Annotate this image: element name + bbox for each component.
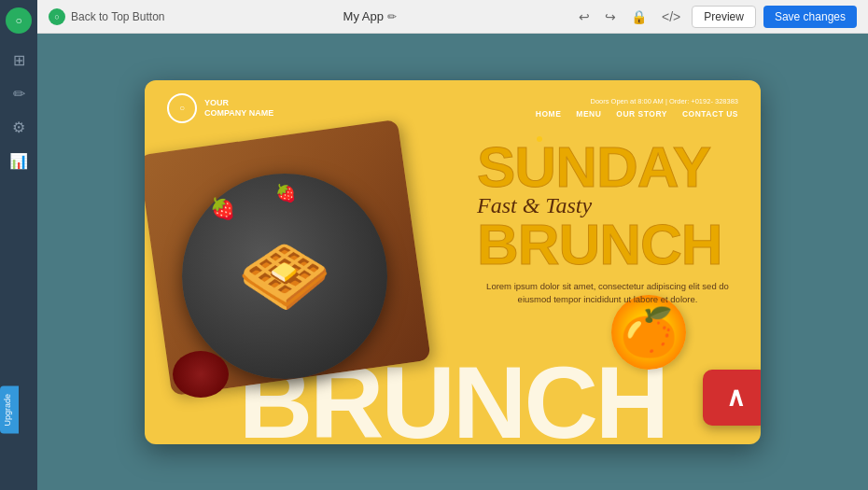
- strawberry-decoration: 🍓: [210, 197, 235, 221]
- food-image-area: 🧇 🍓 🍓: [145, 118, 481, 416]
- upgrade-button[interactable]: Upgrade: [0, 386, 19, 434]
- hero-content: SUNDAY Fast & Tasty BRUNCH Lorem ipsum d…: [477, 141, 738, 307]
- sauce-bowl: [173, 351, 229, 398]
- nav-contact-us[interactable]: CONTACT US: [682, 109, 738, 119]
- preview-button[interactable]: Preview: [692, 6, 756, 28]
- hero-description: Lorem ipsum dolor sit amet, consectetur …: [477, 280, 738, 307]
- website-preview: ○ YOUR COMPANY NAME Doors Open at 8:00 A…: [145, 80, 761, 444]
- doors-open-text: Doors Open at 8:00 AM | Order: +0192- 32…: [536, 97, 738, 105]
- back-to-top-icon: ○: [49, 8, 65, 25]
- top-bar: ○ Back to Top Button My App ✏ ↩ ↪ 🔒 </> …: [37, 0, 868, 34]
- save-button[interactable]: Save changes: [763, 6, 857, 28]
- lock-button[interactable]: 🔒: [627, 7, 651, 26]
- redo-button[interactable]: ↪: [601, 7, 620, 26]
- orange-emoji: 🍊: [620, 305, 678, 359]
- food-emoji: 🧇: [238, 232, 331, 320]
- back-to-top-button[interactable]: ∧: [703, 370, 761, 426]
- nav-our-story[interactable]: OUR STORY: [616, 109, 667, 119]
- sidebar-logo: ○: [6, 7, 32, 34]
- company-logo: ○ YOUR COMPANY NAME: [167, 93, 273, 123]
- company-name-text: YOUR COMPANY NAME: [204, 98, 273, 119]
- sidebar-icon-analytics[interactable]: 📊: [4, 146, 34, 175]
- sidebar: ○ ⊞ ✏ ⚙ 📊 Upgrade: [0, 0, 37, 490]
- sidebar-icon-grid[interactable]: ⊞: [4, 45, 34, 75]
- strawberry-decoration2: 🍓: [275, 183, 296, 203]
- sunday-heading: SUNDAY: [477, 141, 738, 193]
- main-area: ○ Back to Top Button My App ✏ ↩ ↪ 🔒 </> …: [37, 0, 868, 490]
- top-bar-center: My App ✏: [343, 9, 397, 23]
- code-button[interactable]: </>: [658, 7, 684, 26]
- nav-menu[interactable]: MENU: [576, 109, 601, 119]
- back-to-top-label: Back to Top Button: [71, 10, 165, 23]
- brunch-heading: BRUNCH: [477, 218, 738, 271]
- logo-circle-icon: ○: [167, 93, 197, 123]
- chevron-up-icon: ∧: [726, 382, 746, 413]
- app-name: My App: [343, 9, 384, 23]
- nav-right: Doors Open at 8:00 AM | Order: +0192- 32…: [536, 97, 738, 119]
- nav-home[interactable]: HOME: [536, 109, 562, 119]
- sidebar-icon-edit[interactable]: ✏: [4, 78, 34, 108]
- top-bar-left: ○ Back to Top Button: [49, 8, 165, 25]
- preview-nav: ○ YOUR COMPANY NAME Doors Open at 8:00 A…: [145, 80, 761, 136]
- undo-button[interactable]: ↩: [575, 7, 594, 26]
- app-name-edit-icon[interactable]: ✏: [387, 10, 397, 23]
- top-bar-right: ↩ ↪ 🔒 </> Preview Save changes: [575, 6, 857, 28]
- canvas-area: ○ YOUR COMPANY NAME Doors Open at 8:00 A…: [37, 34, 868, 490]
- sidebar-icon-settings[interactable]: ⚙: [4, 112, 34, 142]
- nav-links: HOME MENU OUR STORY CONTACT US: [536, 109, 738, 119]
